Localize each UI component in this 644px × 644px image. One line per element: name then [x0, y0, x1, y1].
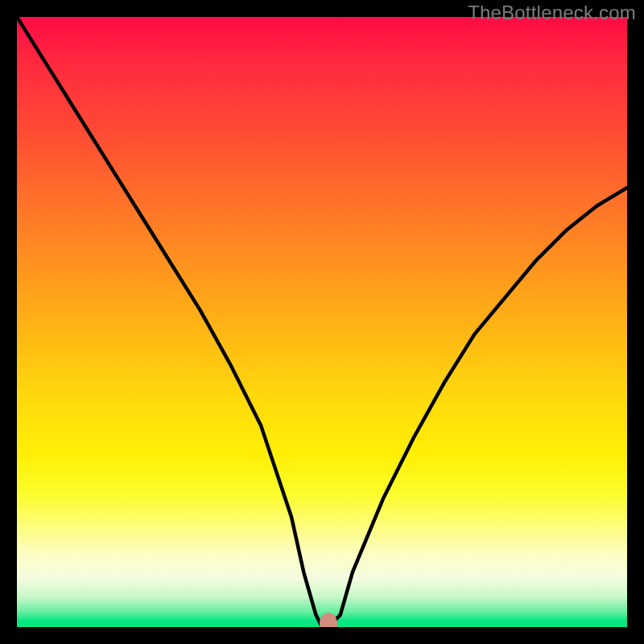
optimum-marker	[320, 613, 337, 627]
bottleneck-curve	[17, 17, 627, 627]
plot-area	[17, 17, 627, 627]
chart-frame: TheBottleneck.com	[0, 0, 644, 644]
watermark-text: TheBottleneck.com	[468, 2, 636, 24]
